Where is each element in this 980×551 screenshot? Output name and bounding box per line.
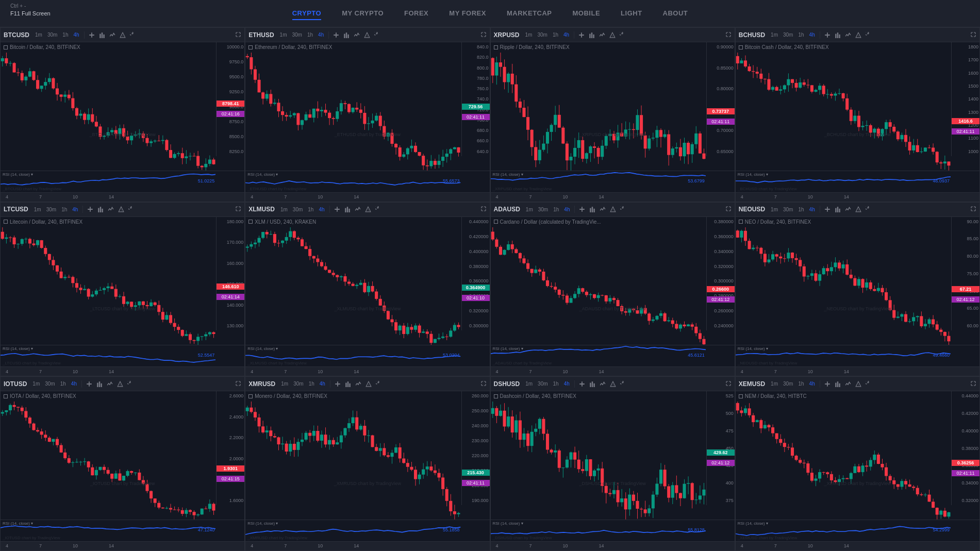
- tf-btn-30m-adausd[interactable]: 30m: [537, 206, 550, 213]
- tf-btn-30m-xlmusd[interactable]: 30m: [291, 206, 304, 213]
- expand-btn-btcusd[interactable]: [235, 31, 241, 39]
- compare-icon-xlmusd[interactable]: [333, 206, 341, 213]
- indicator-icon-btcusd[interactable]: [108, 31, 117, 39]
- indicator-icon-ltcusd[interactable]: [107, 206, 115, 213]
- tf-btn-30m-xmrusd[interactable]: 30m: [292, 380, 305, 387]
- replay-icon-btcusd[interactable]: [129, 31, 137, 39]
- tf-btn-30m-dshusd[interactable]: 30m: [536, 380, 549, 387]
- bar-type-icon-iotusd[interactable]: [95, 380, 104, 388]
- indicator-icon-adausd[interactable]: [599, 206, 607, 213]
- nav-item-mobile[interactable]: MOBILE: [573, 7, 601, 20]
- tf-btn-4h-xlmusd[interactable]: 4h: [317, 206, 326, 213]
- compare-icon-neousd[interactable]: [823, 206, 832, 213]
- tf-btn-1h-btcusd[interactable]: 1h: [61, 31, 70, 38]
- tf-btn-4h-xemusd[interactable]: 4h: [808, 380, 817, 387]
- replay-icon-xemusd[interactable]: [865, 380, 873, 388]
- replay-icon-neousd[interactable]: [865, 206, 873, 213]
- tf-btn-1h-xrpusd[interactable]: 1h: [551, 31, 560, 38]
- indicator-icon-iotusd[interactable]: [106, 380, 114, 388]
- tf-btn-1h-neousd[interactable]: 1h: [796, 206, 805, 213]
- tf-btn-1m-ltcusd[interactable]: 1m: [32, 206, 43, 213]
- tf-btn-30m-btcusd[interactable]: 30m: [46, 31, 59, 38]
- bar-type-icon-xrpusd[interactable]: [588, 31, 596, 39]
- bar-type-icon-xlmusd[interactable]: [343, 206, 352, 213]
- expand-btn-iotusd[interactable]: [235, 380, 241, 388]
- tf-btn-4h-bchusd[interactable]: 4h: [808, 31, 817, 38]
- replay-icon-ltcusd[interactable]: [127, 206, 136, 213]
- nav-item-crypto[interactable]: CRYPTO: [292, 7, 321, 20]
- tf-btn-1m-bchusd[interactable]: 1m: [769, 31, 779, 38]
- nav-item-light[interactable]: LIGHT: [621, 7, 642, 20]
- compare-icon-bchusd[interactable]: [823, 31, 832, 39]
- tf-btn-4h-ethusd[interactable]: 4h: [317, 31, 325, 38]
- alert-icon-iotusd[interactable]: !: [116, 380, 124, 388]
- alert-icon-ethusd[interactable]: !: [363, 31, 371, 39]
- tf-btn-30m-iotusd[interactable]: 30m: [43, 380, 56, 387]
- tf-btn-1m-xrpusd[interactable]: 1m: [524, 31, 534, 38]
- expand-btn-xemusd[interactable]: [970, 380, 976, 388]
- tf-btn-1h-xemusd[interactable]: 1h: [796, 380, 805, 387]
- expand-btn-ltcusd[interactable]: [235, 206, 241, 213]
- replay-icon-xmrusd[interactable]: [375, 380, 383, 388]
- tf-btn-4h-iotusd[interactable]: 4h: [70, 380, 78, 387]
- tf-btn-4h-xrpusd[interactable]: 4h: [562, 31, 571, 38]
- compare-icon-ltcusd[interactable]: [86, 206, 94, 213]
- nav-item-mycrypto[interactable]: MY CRYPTO: [342, 7, 384, 20]
- bar-type-icon-bchusd[interactable]: [834, 31, 842, 39]
- tf-btn-30m-xemusd[interactable]: 30m: [782, 380, 794, 387]
- replay-icon-xlmusd[interactable]: [374, 206, 383, 213]
- compare-icon-btcusd[interactable]: [88, 31, 96, 39]
- tf-btn-30m-ethusd[interactable]: 30m: [291, 31, 304, 38]
- alert-icon-neousd[interactable]: !: [854, 206, 862, 213]
- tf-btn-4h-ltcusd[interactable]: 4h: [71, 206, 79, 213]
- tf-btn-1h-bchusd[interactable]: 1h: [796, 31, 805, 38]
- expand-btn-xlmusd[interactable]: [480, 206, 487, 213]
- tf-btn-30m-xrpusd[interactable]: 30m: [536, 31, 549, 38]
- expand-btn-xmrusd[interactable]: [480, 380, 487, 388]
- tf-btn-30m-ltcusd[interactable]: 30m: [45, 206, 58, 213]
- indicator-icon-neousd[interactable]: [844, 206, 852, 213]
- compare-icon-iotusd[interactable]: [85, 380, 93, 388]
- alert-icon-adausd[interactable]: !: [609, 206, 617, 213]
- tf-btn-1h-xmrusd[interactable]: 1h: [307, 380, 316, 387]
- alert-icon-ltcusd[interactable]: !: [117, 206, 125, 213]
- expand-btn-ethusd[interactable]: [480, 31, 487, 39]
- alert-icon-xrpusd[interactable]: !: [608, 31, 617, 39]
- expand-btn-xrpusd[interactable]: [725, 31, 732, 39]
- compare-icon-dshusd[interactable]: [578, 380, 586, 388]
- indicator-icon-xrpusd[interactable]: [598, 31, 606, 39]
- tf-btn-1m-xemusd[interactable]: 1m: [769, 380, 779, 387]
- bar-type-icon-neousd[interactable]: [834, 206, 842, 213]
- tf-btn-1m-adausd[interactable]: 1m: [524, 206, 535, 213]
- indicator-icon-ethusd[interactable]: [353, 31, 361, 39]
- tf-btn-1h-dshusd[interactable]: 1h: [552, 380, 560, 387]
- tf-btn-1h-ethusd[interactable]: 1h: [306, 31, 314, 38]
- tf-btn-4h-btcusd[interactable]: 4h: [72, 31, 80, 38]
- tf-btn-30m-neousd[interactable]: 30m: [782, 206, 794, 213]
- alert-icon-dshusd[interactable]: !: [609, 380, 617, 388]
- bar-type-icon-xemusd[interactable]: [834, 380, 842, 388]
- nav-item-forex[interactable]: FOREX: [404, 7, 428, 20]
- replay-icon-dshusd[interactable]: [619, 380, 627, 388]
- indicator-icon-dshusd[interactable]: [599, 380, 607, 388]
- tf-btn-4h-dshusd[interactable]: 4h: [562, 380, 571, 387]
- indicator-icon-bchusd[interactable]: [844, 31, 852, 39]
- alert-icon-btcusd[interactable]: !: [119, 31, 127, 39]
- expand-btn-neousd[interactable]: [970, 206, 976, 213]
- tf-btn-4h-neousd[interactable]: 4h: [808, 206, 817, 213]
- tf-btn-4h-xmrusd[interactable]: 4h: [318, 380, 327, 387]
- compare-icon-xrpusd[interactable]: [577, 31, 586, 39]
- tf-btn-1h-adausd[interactable]: 1h: [552, 206, 560, 213]
- tf-btn-1m-ethusd[interactable]: 1m: [278, 31, 289, 38]
- alert-icon-bchusd[interactable]: !: [854, 31, 862, 39]
- bar-type-icon-ethusd[interactable]: [342, 31, 351, 39]
- replay-icon-iotusd[interactable]: [126, 380, 135, 388]
- indicator-icon-xlmusd[interactable]: [354, 206, 362, 213]
- tf-btn-1m-iotusd[interactable]: 1m: [31, 380, 41, 387]
- indicator-icon-xemusd[interactable]: [844, 380, 852, 388]
- tf-btn-30m-bchusd[interactable]: 30m: [782, 31, 794, 38]
- tf-btn-1h-ltcusd[interactable]: 1h: [60, 206, 69, 213]
- bar-type-icon-dshusd[interactable]: [588, 380, 596, 388]
- nav-item-about[interactable]: ABOUT: [663, 7, 688, 20]
- bar-type-icon-adausd[interactable]: [588, 206, 596, 213]
